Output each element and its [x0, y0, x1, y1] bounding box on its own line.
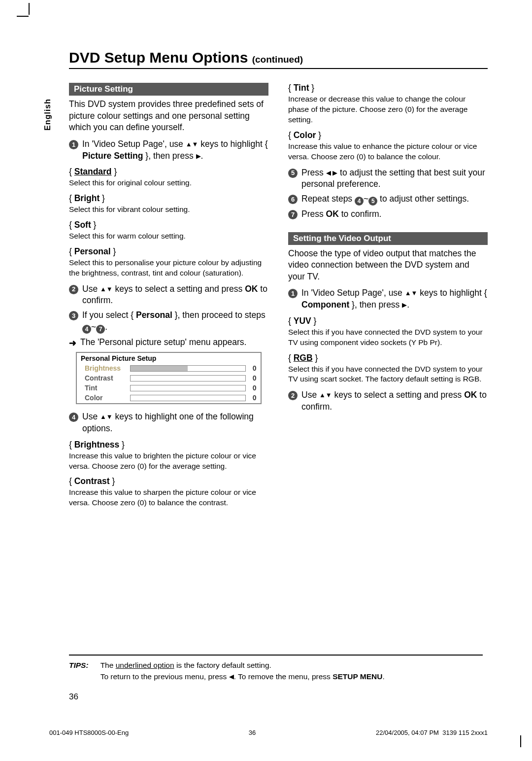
pps-row-slider: [130, 395, 246, 401]
pps-row-slider: [130, 375, 246, 381]
text-bold: Personal: [136, 310, 172, 320]
text: Repeat steps: [301, 194, 355, 204]
step-number-icon: 6: [288, 195, 298, 204]
option-standard-desc: Select this for original colour setting.: [69, 178, 268, 188]
tips-text: The underlined option is the factory def…: [100, 659, 385, 683]
language-tab: English: [43, 99, 52, 131]
tips-label: TIPS:: [69, 659, 89, 683]
right-icon: ▶: [196, 152, 201, 161]
pps-row-name: Brightness: [85, 364, 130, 372]
title-main: DVD Setup Menu Options: [69, 49, 248, 66]
left-icon: ◀: [229, 672, 234, 682]
option-bright: { Bright }: [69, 193, 268, 204]
pps-row: Color0: [77, 393, 261, 403]
step-6: 6 Repeat steps 4~5 to adjust other setti…: [288, 193, 488, 206]
text-bold: OK: [326, 209, 339, 219]
crop-mark: [29, 3, 30, 15]
text: keys to select a setting and press: [332, 390, 464, 400]
text: Press: [301, 168, 326, 177]
pps-row-name: Contrast: [85, 374, 130, 382]
step-7: 7 Press OK to confirm.: [288, 208, 488, 220]
text: If you select {: [82, 310, 136, 320]
option-personal: { Personal }: [69, 246, 268, 257]
picture-intro: This DVD system provides three predefine…: [69, 99, 268, 134]
inline-step-icon: 4: [355, 197, 364, 206]
up-down-icon: ▲▼: [100, 413, 113, 421]
text: keys to highlight {: [417, 288, 487, 298]
footer-left: 001-049 HTS8000S-00-Eng: [49, 729, 129, 736]
text-bold: OK: [245, 284, 258, 294]
text: .: [382, 672, 384, 681]
pps-row-value: 0: [250, 394, 257, 402]
text: to confirm.: [339, 209, 382, 219]
step-number-icon: 2: [288, 391, 298, 400]
pps-row-slider: [130, 365, 246, 372]
pps-row-name: Color: [85, 394, 130, 402]
step-number-icon: 5: [288, 169, 298, 178]
text: Use: [82, 284, 100, 294]
crop-mark: [17, 16, 29, 17]
step-number-icon: 2: [69, 285, 78, 294]
step-number-icon: 3: [69, 311, 78, 320]
crop-mark: [520, 735, 521, 747]
step-2: 2 Use ▲▼ keys to select a setting and pr…: [69, 283, 268, 307]
option-contrast: { Contrast }: [69, 476, 268, 486]
option-color: { Color }: [288, 130, 488, 140]
step-6-text: Repeat steps 4~5 to adjust other setting…: [301, 193, 469, 206]
option-yuv: { YUV }: [288, 316, 488, 326]
option-rgb-desc: Select this if you have connected the DV…: [288, 364, 488, 385]
pps-row-value: 0: [250, 364, 257, 372]
pps-title: Personal Picture Setup: [77, 353, 261, 364]
text: To return to the previous menu, press: [100, 672, 229, 681]
option-soft: { Soft }: [69, 220, 268, 230]
text: to adjust other settings.: [377, 194, 469, 204]
tips-block: TIPS: The underlined option is the facto…: [69, 655, 483, 683]
text-bold: SETUP MENU: [332, 672, 382, 681]
text: keys to select a setting and press: [113, 284, 245, 294]
label: RGB: [294, 353, 313, 363]
step-4: 4 Use ▲▼ keys to highlight one of the fo…: [69, 411, 268, 434]
step-1: 1 In 'Video Setup Page', use ▲▼ keys to …: [69, 138, 268, 162]
vstep-1: 1 In 'Video Setup Page', use ▲▼ keys to …: [288, 287, 488, 311]
label: Personal: [74, 246, 111, 256]
option-color-desc: Increase this value to enhance the pictu…: [288, 141, 488, 162]
text: Use: [301, 390, 319, 400]
option-personal-desc: Select this to personalise your picture …: [69, 258, 268, 278]
footer-right: 22/04/2005, 04:07 PM 3139 115 2xxx1: [376, 729, 488, 736]
inline-step-icon: 4: [82, 325, 91, 334]
text: }, then press: [143, 151, 196, 161]
text-underline: underlined option: [116, 661, 174, 669]
text: .: [201, 151, 203, 161]
vstep-2-text: Use ▲▼ keys to select a setting and pres…: [301, 389, 488, 413]
label: Color: [294, 130, 316, 140]
left-column: Picture Setting This DVD system provides…: [69, 83, 268, 513]
manual-page: English DVD Setup Menu Options (continue…: [0, 0, 532, 761]
inline-step-icon: 5: [368, 197, 377, 206]
text: .: [407, 300, 409, 310]
left-right-icon: ◀ ▶: [326, 169, 338, 177]
print-footer: 001-049 HTS8000S-00-Eng 36 22/04/2005, 0…: [49, 729, 488, 736]
section-picture-setting: Picture Setting: [69, 83, 268, 96]
title-continued: (continued): [252, 54, 303, 65]
text-bold: Component: [301, 300, 349, 310]
pps-row-value: 0: [250, 374, 257, 382]
up-down-icon: ▲▼: [319, 391, 332, 400]
text: }, then proceed to steps: [172, 310, 266, 320]
right-icon: ▶: [402, 301, 407, 310]
pps-row: Tint0: [77, 383, 261, 393]
step-5: 5 Press ◀ ▶ to adjust the setting that b…: [288, 167, 488, 190]
text-bold: Picture Setting: [82, 151, 143, 161]
inline-step-icon: 7: [96, 325, 105, 334]
step-number-icon: 4: [69, 413, 78, 422]
step-3-text: If you select { Personal }, then proceed…: [82, 310, 268, 334]
option-standard: { Standard }: [69, 167, 268, 177]
arrow-right-icon: ➜: [69, 338, 76, 349]
step-2-text: Use ▲▼ keys to select a setting and pres…: [82, 283, 268, 307]
text: Use: [82, 412, 100, 421]
label: Brightness: [74, 440, 119, 450]
text: . To remove the menu, press: [234, 672, 332, 681]
up-down-icon: ▲▼: [100, 285, 113, 294]
right-column: { Tint } Increase or decrease this value…: [288, 83, 488, 513]
text: 3139 115 2xxx1: [442, 729, 488, 736]
step-number-icon: 1: [288, 289, 298, 298]
